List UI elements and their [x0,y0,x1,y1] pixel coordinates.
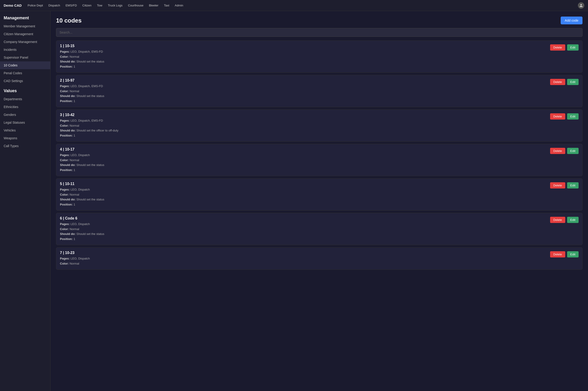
sidebar-item-vehicles[interactable]: Vehicles [0,126,50,134]
code-info-6: 6 | Code 6 Pages: LEO, Dispatch Color: N… [60,216,546,242]
code-pages-4: Pages: LEO, Dispatch [60,153,546,157]
code-card-2: 2 | 10-97 Pages: LEO, Dispatch, EMS-FD C… [56,75,583,107]
code-position-5: Position: 1 [60,202,546,207]
sidebar-item-member-management[interactable]: Member Management [0,22,50,30]
edit-button-7[interactable]: Edit [567,251,579,257]
sidebar-item-weapons[interactable]: Weapons [0,134,50,142]
sidebar-item-ethnicities[interactable]: Ethnicities [0,103,50,111]
code-actions-2: Delete Edit [550,79,579,85]
code-pages-1: Pages: LEO, Dispatch, EMS-FD [60,49,546,54]
nav-taxi[interactable]: Taxi [162,2,172,8]
code-actions-7: Delete Edit [550,251,579,257]
code-pages-7: Pages: LEO, Dispatch [60,256,546,261]
code-color-2: Color: Normal [60,89,546,94]
code-color-1: Color: Normal [60,54,546,59]
values-section-title: Values [0,85,50,95]
delete-button-5[interactable]: Delete [550,182,565,189]
code-position-4: Position: 1 [60,168,546,172]
main-header: 10 codes Add code [56,16,583,24]
nav-courthouse[interactable]: Courthouse [126,2,146,8]
sidebar-item-departments[interactable]: Departments [0,95,50,103]
main-content: 10 codes Add code 1 | 10-15 Pages: LEO, … [51,11,588,391]
nav-tow[interactable]: Tow [95,2,104,8]
add-code-button[interactable]: Add code [561,16,583,24]
edit-button-2[interactable]: Edit [567,79,579,85]
code-info-4: 4 | 10-17 Pages: LEO, Dispatch Color: No… [60,147,546,173]
code-actions-1: Delete Edit [550,44,579,51]
code-position-6: Position: 1 [60,237,546,241]
edit-button-3[interactable]: Edit [567,113,579,119]
delete-button-6[interactable]: Delete [550,217,565,223]
sidebar-item-company-management[interactable]: Company Management [0,38,50,46]
code-card-6: 6 | Code 6 Pages: LEO, Dispatch Color: N… [56,213,583,245]
code-title-7: 7 | 10-23 [60,251,546,255]
code-should-do-6: Should do: Should set the status [60,232,546,236]
edit-button-6[interactable]: Edit [567,217,579,223]
code-card-4: 4 | 10-17 Pages: LEO, Dispatch Color: No… [56,144,583,176]
code-pages-6: Pages: LEO, Dispatch [60,222,546,226]
delete-button-3[interactable]: Delete [550,113,565,119]
code-info-7: 7 | 10-23 Pages: LEO, Dispatch Color: No… [60,251,546,266]
nav-admin[interactable]: Admin [172,2,186,8]
management-section-title: Management [0,15,50,22]
code-should-do-1: Should do: Should set the status [60,59,546,64]
search-input[interactable] [56,28,583,37]
delete-button-1[interactable]: Delete [550,44,565,51]
code-info-5: 5 | 10-11 Pages: LEO, Dispatch Color: No… [60,182,546,207]
code-position-1: Position: 1 [60,64,546,69]
sidebar-item-supervisor-panel[interactable]: Supervisor Panel [0,54,50,61]
code-color-6: Color: Normal [60,227,546,231]
code-color-7: Color: Normal [60,261,546,266]
code-actions-4: Delete Edit [550,148,579,154]
delete-button-2[interactable]: Delete [550,79,565,85]
code-should-do-5: Should do: Should set the status [60,197,546,202]
code-pages-5: Pages: LEO, Dispatch [60,187,546,192]
code-info-3: 3 | 10-42 Pages: LEO, Dispatch, EMS-FD C… [60,113,546,138]
code-color-4: Color: Normal [60,158,546,163]
code-card-1: 1 | 10-15 Pages: LEO, Dispatch, EMS-FD C… [56,40,583,73]
nav-dispatch[interactable]: Dispatch [46,2,63,8]
code-actions-5: Delete Edit [550,182,579,189]
code-color-5: Color: Normal [60,193,546,197]
code-actions-3: Delete Edit [550,113,579,119]
code-position-3: Position: 1 [60,133,546,138]
nav-police-dept[interactable]: Police Dept [25,2,45,8]
sidebar-item-penal-codes[interactable]: Penal Codes [0,69,50,77]
topnav: Demo CAD Police Dept Dispatch EMS/FD Cit… [0,0,588,11]
code-card-7: 7 | 10-23 Pages: LEO, Dispatch Color: No… [56,247,583,270]
code-info-2: 2 | 10-97 Pages: LEO, Dispatch, EMS-FD C… [60,78,546,104]
page-title: 10 codes [56,17,81,24]
code-title-3: 3 | 10-42 [60,113,546,117]
edit-button-5[interactable]: Edit [567,182,579,189]
sidebar-item-genders[interactable]: Genders [0,111,50,119]
nav-bleeter[interactable]: Bleeter [147,2,160,8]
delete-button-4[interactable]: Delete [550,148,565,154]
edit-button-4[interactable]: Edit [567,148,579,154]
sidebar-item-incidents[interactable]: Incidents [0,46,50,54]
code-title-4: 4 | 10-17 [60,147,546,151]
edit-button-1[interactable]: Edit [567,44,579,51]
code-title-2: 2 | 10-97 [60,78,546,83]
code-position-2: Position: 1 [60,99,546,103]
code-list: 1 | 10-15 Pages: LEO, Dispatch, EMS-FD C… [56,40,583,270]
code-info-1: 1 | 10-15 Pages: LEO, Dispatch, EMS-FD C… [60,44,546,69]
code-actions-6: Delete Edit [550,217,579,223]
app-brand: Demo CAD [4,3,22,7]
code-should-do-4: Should do: Should set the status [60,163,546,167]
sidebar-item-10-codes[interactable]: 10 Codes [0,61,50,69]
code-color-3: Color: Normal [60,123,546,128]
sidebar-item-call-types[interactable]: Call Types [0,142,50,150]
sidebar-item-legal-statuses[interactable]: Legal Statuses [0,119,50,126]
code-should-do-3: Should do: Should set the officer to off… [60,128,546,133]
sidebar-item-cad-settings[interactable]: CAD Settings [0,77,50,85]
code-title-6: 6 | Code 6 [60,216,546,220]
sidebar-item-citizen-management[interactable]: Citizen Management [0,30,50,38]
nav-citizen[interactable]: Citizen [80,2,94,8]
nav-ems-fd[interactable]: EMS/FD [63,2,79,8]
code-title-1: 1 | 10-15 [60,44,546,48]
nav-truck-logs[interactable]: Truck Logs [105,2,125,8]
delete-button-7[interactable]: Delete [550,251,565,257]
user-avatar[interactable] [578,2,584,9]
code-should-do-2: Should do: Should set the status [60,94,546,98]
code-title-5: 5 | 10-11 [60,182,546,186]
